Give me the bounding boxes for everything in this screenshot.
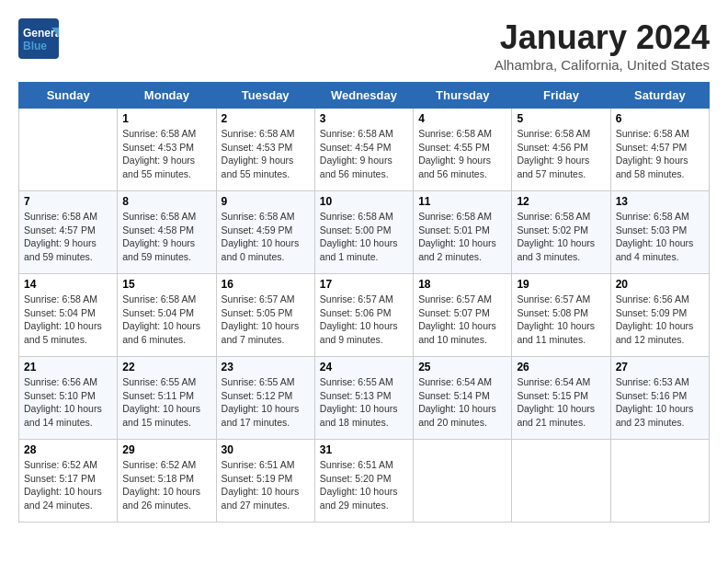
day-info: Sunrise: 6:51 AMSunset: 5:20 PMDaylight:… xyxy=(320,458,408,512)
calendar-cell: 3Sunrise: 6:58 AMSunset: 4:54 PMDaylight… xyxy=(314,109,413,191)
week-row-3: 14Sunrise: 6:58 AMSunset: 5:04 PMDayligh… xyxy=(19,274,710,357)
calendar-cell: 2Sunrise: 6:58 AMSunset: 4:53 PMDaylight… xyxy=(216,109,314,191)
week-row-5: 28Sunrise: 6:52 AMSunset: 5:17 PMDayligh… xyxy=(19,440,710,523)
svg-text:Blue: Blue xyxy=(23,40,47,52)
day-number: 7 xyxy=(24,195,112,208)
day-number: 31 xyxy=(320,443,408,456)
calendar-cell: 31Sunrise: 6:51 AMSunset: 5:20 PMDayligh… xyxy=(314,440,413,523)
day-number: 23 xyxy=(222,361,310,373)
day-info: Sunrise: 6:56 AMSunset: 5:09 PMDaylight:… xyxy=(616,293,704,347)
calendar-cell: 17Sunrise: 6:57 AMSunset: 5:06 PMDayligh… xyxy=(314,274,413,357)
week-row-4: 21Sunrise: 6:56 AMSunset: 5:10 PMDayligh… xyxy=(19,357,710,440)
day-info: Sunrise: 6:54 AMSunset: 5:15 PMDaylight:… xyxy=(517,375,605,430)
day-info: Sunrise: 6:58 AMSunset: 5:04 PMDaylight:… xyxy=(24,293,112,347)
header-day-friday: Friday xyxy=(512,83,610,109)
day-number: 24 xyxy=(320,361,408,373)
calendar-cell: 26Sunrise: 6:54 AMSunset: 5:15 PMDayligh… xyxy=(512,357,610,440)
day-number: 11 xyxy=(418,195,506,208)
day-number: 30 xyxy=(222,443,310,456)
day-number: 26 xyxy=(517,361,605,373)
day-number: 3 xyxy=(320,112,408,125)
day-info: Sunrise: 6:57 AMSunset: 5:08 PMDaylight:… xyxy=(517,293,605,347)
calendar-cell: 23Sunrise: 6:55 AMSunset: 5:12 PMDayligh… xyxy=(216,357,314,440)
header-day-thursday: Thursday xyxy=(414,83,512,109)
day-info: Sunrise: 6:58 AMSunset: 5:01 PMDaylight:… xyxy=(418,210,506,264)
calendar-cell: 28Sunrise: 6:52 AMSunset: 5:17 PMDayligh… xyxy=(19,440,118,523)
calendar-header-row: SundayMondayTuesdayWednesdayThursdayFrid… xyxy=(19,83,710,109)
day-info: Sunrise: 6:57 AMSunset: 5:06 PMDaylight:… xyxy=(320,293,408,347)
calendar-cell: 30Sunrise: 6:51 AMSunset: 5:19 PMDayligh… xyxy=(216,440,314,523)
day-info: Sunrise: 6:56 AMSunset: 5:10 PMDaylight:… xyxy=(24,375,112,430)
day-number: 18 xyxy=(418,278,506,291)
day-number: 4 xyxy=(418,112,506,125)
calendar-cell xyxy=(512,440,610,523)
day-number: 22 xyxy=(122,361,210,373)
day-info: Sunrise: 6:57 AMSunset: 5:07 PMDaylight:… xyxy=(418,293,506,347)
calendar-cell: 22Sunrise: 6:55 AMSunset: 5:11 PMDayligh… xyxy=(118,357,216,440)
day-number: 16 xyxy=(222,278,310,291)
day-info: Sunrise: 6:58 AMSunset: 4:53 PMDaylight:… xyxy=(122,127,210,181)
day-number: 21 xyxy=(24,361,112,373)
calendar-cell: 5Sunrise: 6:58 AMSunset: 4:56 PMDaylight… xyxy=(512,109,610,191)
month-title: January 2024 xyxy=(495,18,710,57)
day-info: Sunrise: 6:58 AMSunset: 4:59 PMDaylight:… xyxy=(222,210,310,264)
day-info: Sunrise: 6:52 AMSunset: 5:17 PMDaylight:… xyxy=(24,458,112,512)
day-info: Sunrise: 6:58 AMSunset: 4:57 PMDaylight:… xyxy=(24,210,112,264)
calendar-cell: 9Sunrise: 6:58 AMSunset: 4:59 PMDaylight… xyxy=(216,191,314,274)
day-number: 28 xyxy=(24,443,112,456)
calendar-cell: 6Sunrise: 6:58 AMSunset: 4:57 PMDaylight… xyxy=(610,109,709,191)
day-number: 25 xyxy=(418,361,506,373)
day-info: Sunrise: 6:58 AMSunset: 4:53 PMDaylight:… xyxy=(222,127,310,181)
day-number: 17 xyxy=(320,278,408,291)
header-day-saturday: Saturday xyxy=(610,83,709,109)
calendar-cell: 19Sunrise: 6:57 AMSunset: 5:08 PMDayligh… xyxy=(512,274,610,357)
calendar-cell: 18Sunrise: 6:57 AMSunset: 5:07 PMDayligh… xyxy=(414,274,512,357)
day-number: 27 xyxy=(616,361,704,373)
logo: General Blue xyxy=(18,18,63,59)
day-number: 10 xyxy=(320,195,408,208)
calendar-cell: 11Sunrise: 6:58 AMSunset: 5:01 PMDayligh… xyxy=(414,191,512,274)
day-number: 20 xyxy=(616,278,704,291)
calendar-cell: 24Sunrise: 6:55 AMSunset: 5:13 PMDayligh… xyxy=(314,357,413,440)
calendar-cell: 7Sunrise: 6:58 AMSunset: 4:57 PMDaylight… xyxy=(19,191,118,274)
calendar-cell: 13Sunrise: 6:58 AMSunset: 5:03 PMDayligh… xyxy=(610,191,709,274)
page-header: General Blue January 2024 Alhambra, Cali… xyxy=(18,18,710,73)
header-day-sunday: Sunday xyxy=(19,83,118,109)
day-number: 8 xyxy=(122,195,210,208)
title-block: January 2024 Alhambra, California, Unite… xyxy=(495,18,710,73)
calendar-cell: 8Sunrise: 6:58 AMSunset: 4:58 PMDaylight… xyxy=(118,191,216,274)
day-info: Sunrise: 6:55 AMSunset: 5:12 PMDaylight:… xyxy=(222,375,310,430)
day-info: Sunrise: 6:58 AMSunset: 5:00 PMDaylight:… xyxy=(320,210,408,264)
day-info: Sunrise: 6:54 AMSunset: 5:14 PMDaylight:… xyxy=(418,375,506,430)
day-number: 15 xyxy=(122,278,210,291)
day-number: 5 xyxy=(517,112,605,125)
calendar-cell: 20Sunrise: 6:56 AMSunset: 5:09 PMDayligh… xyxy=(610,274,709,357)
day-info: Sunrise: 6:52 AMSunset: 5:18 PMDaylight:… xyxy=(122,458,210,512)
calendar-cell xyxy=(19,109,118,191)
day-number: 19 xyxy=(517,278,605,291)
day-number: 29 xyxy=(122,443,210,456)
calendar-cell: 25Sunrise: 6:54 AMSunset: 5:14 PMDayligh… xyxy=(414,357,512,440)
day-info: Sunrise: 6:51 AMSunset: 5:19 PMDaylight:… xyxy=(222,458,310,512)
day-info: Sunrise: 6:58 AMSunset: 4:54 PMDaylight:… xyxy=(320,127,408,181)
week-row-2: 7Sunrise: 6:58 AMSunset: 4:57 PMDaylight… xyxy=(19,191,710,274)
calendar-table: SundayMondayTuesdayWednesdayThursdayFrid… xyxy=(18,82,710,523)
day-number: 1 xyxy=(122,112,210,125)
day-number: 2 xyxy=(222,112,310,125)
day-number: 14 xyxy=(24,278,112,291)
calendar-cell: 15Sunrise: 6:58 AMSunset: 5:04 PMDayligh… xyxy=(118,274,216,357)
location: Alhambra, California, United States xyxy=(495,57,710,73)
week-row-1: 1Sunrise: 6:58 AMSunset: 4:53 PMDaylight… xyxy=(19,109,710,191)
day-info: Sunrise: 6:57 AMSunset: 5:05 PMDaylight:… xyxy=(222,293,310,347)
calendar-cell: 14Sunrise: 6:58 AMSunset: 5:04 PMDayligh… xyxy=(19,274,118,357)
calendar-cell: 10Sunrise: 6:58 AMSunset: 5:00 PMDayligh… xyxy=(314,191,413,274)
calendar-cell: 29Sunrise: 6:52 AMSunset: 5:18 PMDayligh… xyxy=(118,440,216,523)
header-day-monday: Monday xyxy=(118,83,216,109)
day-info: Sunrise: 6:58 AMSunset: 4:56 PMDaylight:… xyxy=(517,127,605,181)
day-number: 6 xyxy=(616,112,704,125)
day-info: Sunrise: 6:58 AMSunset: 5:04 PMDaylight:… xyxy=(122,293,210,347)
calendar-cell xyxy=(414,440,512,523)
calendar-cell xyxy=(610,440,709,523)
calendar-cell: 1Sunrise: 6:58 AMSunset: 4:53 PMDaylight… xyxy=(118,109,216,191)
calendar-cell: 4Sunrise: 6:58 AMSunset: 4:55 PMDaylight… xyxy=(414,109,512,191)
